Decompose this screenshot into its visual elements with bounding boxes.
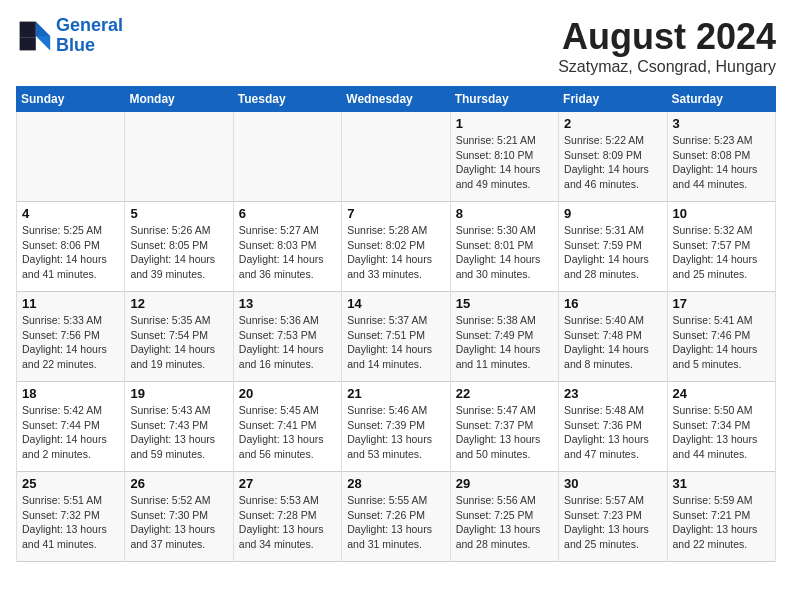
day-number: 21 bbox=[347, 386, 444, 401]
day-cell: 20Sunrise: 5:45 AM Sunset: 7:41 PM Dayli… bbox=[233, 382, 341, 472]
day-info: Sunrise: 5:50 AM Sunset: 7:34 PM Dayligh… bbox=[673, 403, 770, 462]
day-info: Sunrise: 5:41 AM Sunset: 7:46 PM Dayligh… bbox=[673, 313, 770, 372]
day-info: Sunrise: 5:22 AM Sunset: 8:09 PM Dayligh… bbox=[564, 133, 661, 192]
day-info: Sunrise: 5:27 AM Sunset: 8:03 PM Dayligh… bbox=[239, 223, 336, 282]
day-number: 3 bbox=[673, 116, 770, 131]
header-tuesday: Tuesday bbox=[233, 87, 341, 112]
logo-text: General Blue bbox=[56, 16, 123, 56]
day-cell bbox=[342, 112, 450, 202]
day-number: 12 bbox=[130, 296, 227, 311]
day-info: Sunrise: 5:47 AM Sunset: 7:37 PM Dayligh… bbox=[456, 403, 553, 462]
calendar-header: SundayMondayTuesdayWednesdayThursdayFrid… bbox=[17, 87, 776, 112]
day-number: 29 bbox=[456, 476, 553, 491]
day-cell: 21Sunrise: 5:46 AM Sunset: 7:39 PM Dayli… bbox=[342, 382, 450, 472]
svg-rect-2 bbox=[20, 21, 36, 37]
day-number: 10 bbox=[673, 206, 770, 221]
week-row-5: 25Sunrise: 5:51 AM Sunset: 7:32 PM Dayli… bbox=[17, 472, 776, 562]
logo-icon bbox=[16, 18, 52, 54]
day-cell: 22Sunrise: 5:47 AM Sunset: 7:37 PM Dayli… bbox=[450, 382, 558, 472]
location-subtitle: Szatymaz, Csongrad, Hungary bbox=[558, 58, 776, 76]
day-cell: 1Sunrise: 5:21 AM Sunset: 8:10 PM Daylig… bbox=[450, 112, 558, 202]
day-info: Sunrise: 5:33 AM Sunset: 7:56 PM Dayligh… bbox=[22, 313, 119, 372]
day-info: Sunrise: 5:23 AM Sunset: 8:08 PM Dayligh… bbox=[673, 133, 770, 192]
day-info: Sunrise: 5:52 AM Sunset: 7:30 PM Dayligh… bbox=[130, 493, 227, 552]
week-row-1: 1Sunrise: 5:21 AM Sunset: 8:10 PM Daylig… bbox=[17, 112, 776, 202]
title-block: August 2024 Szatymaz, Csongrad, Hungary bbox=[558, 16, 776, 76]
week-row-4: 18Sunrise: 5:42 AM Sunset: 7:44 PM Dayli… bbox=[17, 382, 776, 472]
day-number: 17 bbox=[673, 296, 770, 311]
day-cell: 4Sunrise: 5:25 AM Sunset: 8:06 PM Daylig… bbox=[17, 202, 125, 292]
day-info: Sunrise: 5:51 AM Sunset: 7:32 PM Dayligh… bbox=[22, 493, 119, 552]
day-cell: 14Sunrise: 5:37 AM Sunset: 7:51 PM Dayli… bbox=[342, 292, 450, 382]
day-number: 8 bbox=[456, 206, 553, 221]
day-cell: 6Sunrise: 5:27 AM Sunset: 8:03 PM Daylig… bbox=[233, 202, 341, 292]
day-number: 19 bbox=[130, 386, 227, 401]
day-info: Sunrise: 5:59 AM Sunset: 7:21 PM Dayligh… bbox=[673, 493, 770, 552]
header-thursday: Thursday bbox=[450, 87, 558, 112]
day-cell: 9Sunrise: 5:31 AM Sunset: 7:59 PM Daylig… bbox=[559, 202, 667, 292]
day-cell bbox=[233, 112, 341, 202]
day-info: Sunrise: 5:32 AM Sunset: 7:57 PM Dayligh… bbox=[673, 223, 770, 282]
svg-rect-3 bbox=[20, 38, 36, 51]
day-cell: 7Sunrise: 5:28 AM Sunset: 8:02 PM Daylig… bbox=[342, 202, 450, 292]
day-number: 23 bbox=[564, 386, 661, 401]
day-number: 31 bbox=[673, 476, 770, 491]
day-info: Sunrise: 5:28 AM Sunset: 8:02 PM Dayligh… bbox=[347, 223, 444, 282]
day-cell: 12Sunrise: 5:35 AM Sunset: 7:54 PM Dayli… bbox=[125, 292, 233, 382]
logo-line1: General bbox=[56, 15, 123, 35]
day-number: 26 bbox=[130, 476, 227, 491]
day-cell: 15Sunrise: 5:38 AM Sunset: 7:49 PM Dayli… bbox=[450, 292, 558, 382]
day-number: 9 bbox=[564, 206, 661, 221]
day-cell: 31Sunrise: 5:59 AM Sunset: 7:21 PM Dayli… bbox=[667, 472, 775, 562]
day-cell: 10Sunrise: 5:32 AM Sunset: 7:57 PM Dayli… bbox=[667, 202, 775, 292]
day-cell: 24Sunrise: 5:50 AM Sunset: 7:34 PM Dayli… bbox=[667, 382, 775, 472]
day-cell: 8Sunrise: 5:30 AM Sunset: 8:01 PM Daylig… bbox=[450, 202, 558, 292]
header-wednesday: Wednesday bbox=[342, 87, 450, 112]
day-number: 28 bbox=[347, 476, 444, 491]
day-number: 6 bbox=[239, 206, 336, 221]
day-number: 20 bbox=[239, 386, 336, 401]
day-cell: 5Sunrise: 5:26 AM Sunset: 8:05 PM Daylig… bbox=[125, 202, 233, 292]
header-saturday: Saturday bbox=[667, 87, 775, 112]
day-info: Sunrise: 5:45 AM Sunset: 7:41 PM Dayligh… bbox=[239, 403, 336, 462]
day-info: Sunrise: 5:53 AM Sunset: 7:28 PM Dayligh… bbox=[239, 493, 336, 552]
day-cell: 27Sunrise: 5:53 AM Sunset: 7:28 PM Dayli… bbox=[233, 472, 341, 562]
day-cell: 2Sunrise: 5:22 AM Sunset: 8:09 PM Daylig… bbox=[559, 112, 667, 202]
logo: General Blue bbox=[16, 16, 123, 56]
day-number: 30 bbox=[564, 476, 661, 491]
day-cell: 26Sunrise: 5:52 AM Sunset: 7:30 PM Dayli… bbox=[125, 472, 233, 562]
day-cell: 3Sunrise: 5:23 AM Sunset: 8:08 PM Daylig… bbox=[667, 112, 775, 202]
header-friday: Friday bbox=[559, 87, 667, 112]
calendar-table: SundayMondayTuesdayWednesdayThursdayFrid… bbox=[16, 86, 776, 562]
day-number: 1 bbox=[456, 116, 553, 131]
day-cell: 29Sunrise: 5:56 AM Sunset: 7:25 PM Dayli… bbox=[450, 472, 558, 562]
day-cell bbox=[17, 112, 125, 202]
header-sunday: Sunday bbox=[17, 87, 125, 112]
day-info: Sunrise: 5:57 AM Sunset: 7:23 PM Dayligh… bbox=[564, 493, 661, 552]
day-cell: 28Sunrise: 5:55 AM Sunset: 7:26 PM Dayli… bbox=[342, 472, 450, 562]
day-info: Sunrise: 5:38 AM Sunset: 7:49 PM Dayligh… bbox=[456, 313, 553, 372]
day-info: Sunrise: 5:56 AM Sunset: 7:25 PM Dayligh… bbox=[456, 493, 553, 552]
day-number: 27 bbox=[239, 476, 336, 491]
day-number: 7 bbox=[347, 206, 444, 221]
day-number: 25 bbox=[22, 476, 119, 491]
day-info: Sunrise: 5:42 AM Sunset: 7:44 PM Dayligh… bbox=[22, 403, 119, 462]
day-number: 22 bbox=[456, 386, 553, 401]
day-number: 4 bbox=[22, 206, 119, 221]
day-info: Sunrise: 5:30 AM Sunset: 8:01 PM Dayligh… bbox=[456, 223, 553, 282]
page-header: General Blue August 2024 Szatymaz, Csong… bbox=[16, 16, 776, 76]
svg-marker-0 bbox=[36, 21, 50, 35]
day-info: Sunrise: 5:36 AM Sunset: 7:53 PM Dayligh… bbox=[239, 313, 336, 372]
day-number: 24 bbox=[673, 386, 770, 401]
day-cell: 23Sunrise: 5:48 AM Sunset: 7:36 PM Dayli… bbox=[559, 382, 667, 472]
day-info: Sunrise: 5:21 AM Sunset: 8:10 PM Dayligh… bbox=[456, 133, 553, 192]
day-info: Sunrise: 5:46 AM Sunset: 7:39 PM Dayligh… bbox=[347, 403, 444, 462]
day-info: Sunrise: 5:31 AM Sunset: 7:59 PM Dayligh… bbox=[564, 223, 661, 282]
day-info: Sunrise: 5:43 AM Sunset: 7:43 PM Dayligh… bbox=[130, 403, 227, 462]
day-cell: 30Sunrise: 5:57 AM Sunset: 7:23 PM Dayli… bbox=[559, 472, 667, 562]
day-cell: 18Sunrise: 5:42 AM Sunset: 7:44 PM Dayli… bbox=[17, 382, 125, 472]
day-cell: 11Sunrise: 5:33 AM Sunset: 7:56 PM Dayli… bbox=[17, 292, 125, 382]
month-title: August 2024 bbox=[558, 16, 776, 58]
day-info: Sunrise: 5:55 AM Sunset: 7:26 PM Dayligh… bbox=[347, 493, 444, 552]
day-number: 2 bbox=[564, 116, 661, 131]
